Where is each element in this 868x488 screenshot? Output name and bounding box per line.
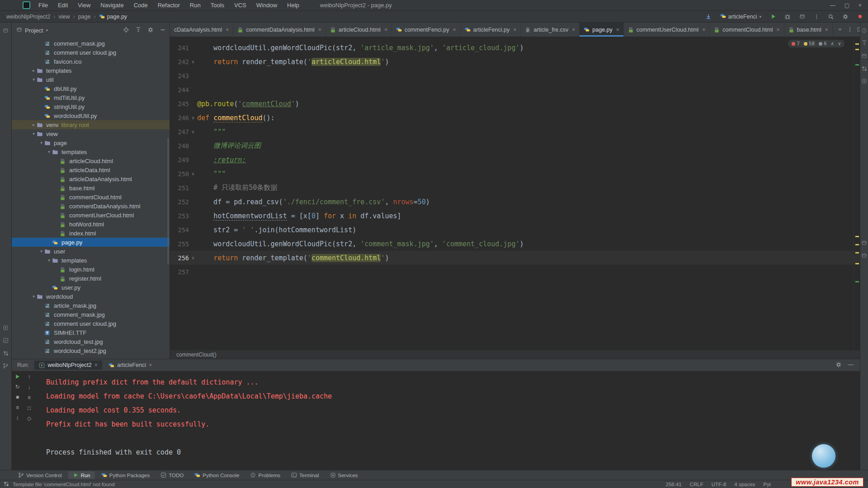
caret-position[interactable]: 256:41 — [666, 482, 682, 487]
chevron-down-icon[interactable]: ▾ — [46, 28, 48, 33]
tree-item-templates[interactable]: ▾ templates — [12, 256, 170, 265]
sciview-toolwindow-icon[interactable] — [3, 362, 9, 371]
tree-expand-icon[interactable]: ▾ — [38, 141, 44, 145]
tree-item-templates[interactable]: ▾ templates — [12, 147, 170, 156]
tree-item-wordcloud-test2-jpg[interactable]: wordcloud_test2.jpg — [12, 346, 170, 355]
tree-expand-icon[interactable]: ▸ — [31, 122, 37, 127]
tree-item-wordcloud[interactable]: ▾ wordcloud — [12, 292, 170, 301]
menu-vcs[interactable]: VCS — [234, 2, 246, 9]
tree-expand-icon[interactable]: ▾ — [31, 131, 37, 136]
menu-window[interactable]: Window — [256, 2, 277, 9]
editor-tab-article-fre-csv[interactable]: article_fre.csv × — [521, 23, 580, 37]
menu-view[interactable]: View — [78, 2, 90, 9]
rerun-button[interactable] — [14, 374, 20, 380]
menu-edit[interactable]: Edit — [58, 2, 68, 9]
tree-expand-icon[interactable]: ▾ — [38, 249, 44, 253]
close-tab-icon[interactable]: × — [777, 27, 780, 33]
editor-tab-cdataanalysis-html[interactable]: cDataAnalysis.html × — [170, 23, 233, 37]
tree-item-wordcloudutil-py[interactable]: wordcloudUtil.py — [12, 111, 170, 120]
tree-expand-icon[interactable]: ▾ — [31, 77, 37, 82]
run-button[interactable] — [769, 12, 778, 21]
tree-item-wordcloud-test-jpg[interactable]: wordcloud_test.jpg — [12, 337, 170, 346]
close-tab-icon[interactable]: × — [702, 27, 705, 33]
minimize-panel-icon[interactable]: — — [848, 361, 854, 369]
tree-item-login-html[interactable]: login.html — [12, 265, 170, 274]
tree-item-user-py[interactable]: user.py — [12, 283, 170, 292]
tree-item-stringutil-py[interactable]: stringUtil.py — [12, 102, 170, 111]
close-tab-icon[interactable]: × — [616, 27, 619, 33]
tree-item-util[interactable]: ▾ util — [12, 75, 170, 84]
close-tab-icon[interactable]: × — [453, 27, 456, 33]
menu-button[interactable]: ≡ — [28, 394, 31, 401]
toolwindow-terminal[interactable]: Terminal — [287, 471, 323, 479]
run-tab-articlefenci[interactable]: articleFenci × — [104, 361, 156, 370]
tree-item-commentusercloud-html[interactable]: commentUserCloud.html — [12, 211, 170, 220]
tree-item-comment-user-cloud-jpg[interactable]: comment user cloud.jpg — [12, 48, 170, 57]
menu-tools[interactable]: Tools — [211, 2, 224, 9]
documentation-toolwindow-icon[interactable] — [861, 78, 867, 86]
tree-item-articlecloud-html[interactable]: articleCloud.html — [12, 156, 170, 165]
tree-item-comment-user-cloud-jpg[interactable]: comment user cloud.jpg — [12, 319, 170, 328]
breadcrumb-item[interactable]: page — [78, 14, 91, 20]
tree-item-simhei-ttf[interactable]: SIMHEI.TTF — [12, 328, 170, 337]
settings-gear-icon[interactable] — [147, 27, 154, 34]
editor-tab-base-html[interactable]: base.html × — [784, 23, 833, 37]
inspections-widget[interactable]: 7 58 6 ∧ ∨ — [788, 40, 844, 47]
breadcrumb[interactable]: weiboNlpProject2›view›page›page.py — [6, 14, 127, 20]
tree-item-comment-mask-jpg[interactable]: comment_mask.jpg — [12, 39, 170, 48]
toolwindow-toggle-icon[interactable] — [4, 481, 9, 488]
breadcrumb-file[interactable]: page.py — [99, 14, 127, 20]
hide-panel-icon[interactable] — [160, 27, 166, 34]
tree-item-base-html[interactable]: base.html — [12, 183, 170, 192]
editor-tab-articlecloud-html[interactable]: articleCloud.html × — [326, 23, 392, 37]
code-editor[interactable]: 241 wordcloudUtil.genWordCloudPic(str2, … — [170, 37, 860, 350]
update-icon[interactable] — [704, 12, 713, 21]
locate-file-icon[interactable] — [123, 27, 129, 34]
tree-item-view[interactable]: ▾ view — [12, 129, 170, 138]
toolwindow-python-packages[interactable]: Python Packages — [97, 471, 155, 479]
close-tab-icon[interactable]: × — [94, 362, 98, 368]
tree-expand-icon[interactable]: ▾ — [46, 258, 52, 263]
editor-tab-articlefenci-py[interactable]: articleFenci.py × — [461, 23, 521, 37]
run-console[interactable]: Building prefix dict from the default di… — [35, 371, 860, 470]
editor-tab-commentfenci-py[interactable]: commentFenci.py × — [392, 23, 461, 37]
tree-item-dbutil-py[interactable]: dbUtil.py — [12, 84, 170, 93]
editor-tab-commentdataanalysis-html[interactable]: commentDataAnalysis.html × — [233, 23, 326, 37]
tree-expand-icon[interactable]: ▾ — [46, 150, 52, 154]
tree-expand-icon[interactable]: ▸ — [31, 68, 37, 73]
menu-refactor[interactable]: Refactor — [158, 2, 180, 9]
chevron-down-icon[interactable] — [837, 26, 843, 34]
menu-code[interactable]: Code — [134, 2, 148, 9]
coverage-button[interactable] — [797, 12, 807, 21]
breadcrumb-item[interactable]: view — [58, 14, 70, 20]
notifications-icon[interactable] — [861, 27, 867, 35]
menu-button[interactable]: ≡ — [16, 404, 19, 411]
window-control-close[interactable]: × — [859, 2, 862, 9]
settings-gear-icon[interactable] — [835, 361, 842, 369]
tree-expand-icon[interactable]: ▾ — [31, 294, 37, 299]
indent-size[interactable]: 4 spaces — [734, 482, 755, 487]
kebab-menu-icon[interactable] — [847, 26, 853, 34]
tree-item-templates[interactable]: ▸ templates — [12, 66, 170, 75]
line-separator[interactable]: CRLF — [690, 482, 703, 487]
run-tab-weibonlpproject2[interactable]: weiboNlpProject2 × — [34, 361, 102, 370]
run-config-selector[interactable]: articleFenci ▾ — [718, 13, 763, 21]
toolwindow-problems[interactable]: Problems — [245, 471, 285, 479]
tree-item-hotword-html[interactable]: hotWord.html — [12, 220, 170, 229]
tree-item-user[interactable]: ▾ user — [12, 247, 170, 256]
updown-button[interactable]: ↕ — [16, 415, 19, 421]
close-tab-icon[interactable]: × — [825, 27, 828, 33]
toolwindow-run[interactable]: Run — [68, 471, 95, 479]
tree-item-venv[interactable]: ▸ venvlibrary root — [12, 120, 170, 129]
tree-item-commentcloud-html[interactable]: commentCloud.html — [12, 192, 170, 202]
prev-problem-icon[interactable]: ∧ — [831, 41, 834, 47]
favorites-toolwindow-icon[interactable] — [3, 337, 9, 345]
toolwindow-python-console[interactable]: Python Console — [190, 471, 244, 479]
context-method-name[interactable]: commentCloud() — [176, 352, 217, 358]
menu-help[interactable]: Help — [287, 2, 299, 9]
menu-navigate[interactable]: Navigate — [100, 2, 123, 9]
file-encoding[interactable]: UTF-8 — [712, 482, 726, 487]
tree-item-mdtitutil-py[interactable]: mdTitUtil.py — [12, 93, 170, 102]
editor-tab-page-py[interactable]: page.py × — [580, 23, 624, 37]
down-button[interactable]: ↓ — [28, 384, 31, 390]
